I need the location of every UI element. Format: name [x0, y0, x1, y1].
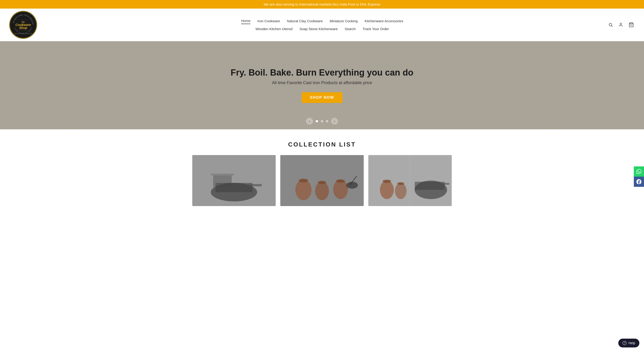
svg-point-29 [380, 181, 394, 199]
svg-rect-18 [213, 175, 232, 187]
collection-title: COLLECTION LIST [9, 141, 635, 148]
svg-point-20 [295, 179, 312, 200]
facebook-button[interactable] [634, 177, 644, 187]
shop-now-button[interactable]: SHOP NOW [302, 92, 342, 103]
slider-next-button[interactable]: › [331, 118, 338, 125]
slider-controls: ‹ › [306, 118, 338, 125]
svg-point-32 [397, 182, 404, 185]
header-icons [608, 21, 635, 28]
accessories-illustration [368, 155, 452, 206]
svg-text:WWW.MYCOOKWARESHOP.COM: WWW.MYCOOKWARESHOP.COM [14, 33, 32, 34]
nav-kitchenware[interactable]: Kitchenware Accessories [364, 18, 403, 24]
svg-point-30 [383, 180, 391, 183]
hero-content: Fry. Boil. Bake. Burn Everything you can… [230, 68, 413, 103]
nav-row-1: Home Iron Cookware Natural Clay Cookware… [241, 18, 403, 24]
hero-title: Fry. Boil. Bake. Burn Everything you can… [230, 68, 413, 78]
logo-svg: TO RESTORE YOUR HEALTH My Cookware Shop … [9, 11, 37, 39]
header: TO RESTORE YOUR HEALTH My Cookware Shop … [0, 9, 644, 41]
main-nav: Home Iron Cookware Natural Clay Cookware… [37, 18, 608, 32]
svg-point-11 [620, 23, 622, 25]
svg-point-25 [336, 179, 345, 183]
nav-miniature[interactable]: Miniature Cooking [330, 18, 358, 24]
nav-iron-cookware[interactable]: Iron Cookware [257, 18, 280, 24]
collection-card-img-2 [280, 155, 364, 206]
nav-row-2: Wooden Kitchen Utensil Soap Stone Kitche… [256, 26, 389, 32]
slider-dot-1[interactable] [316, 120, 318, 122]
collection-grid [9, 155, 635, 206]
svg-rect-17 [211, 174, 234, 175]
announcement-text: We are also serving to International mar… [264, 2, 380, 6]
nav-wooden[interactable]: Wooden Kitchen Utensil [256, 26, 292, 32]
nav-natural-clay[interactable]: Natural Clay Cookware [287, 18, 323, 24]
nav-track-order[interactable]: Track Your Order [362, 26, 389, 32]
facebook-icon [636, 179, 642, 184]
svg-point-21 [315, 182, 329, 200]
collection-card-iron[interactable] [192, 155, 276, 206]
nav-soap-stone[interactable]: Soap Stone Kitchenware [300, 26, 338, 32]
account-icon [618, 23, 623, 27]
svg-point-31 [395, 183, 406, 199]
svg-rect-35 [442, 183, 450, 185]
svg-text:Shop: Shop [19, 26, 27, 30]
hero-subtitle: All time Favorite Cast Iron Products at … [230, 80, 413, 85]
nav-search[interactable]: Search [345, 26, 356, 32]
svg-point-23 [299, 179, 308, 182]
cart-icon [629, 22, 634, 27]
search-button[interactable] [608, 22, 614, 28]
announcement-bar: We are also serving to International mar… [0, 0, 644, 9]
collection-card-accessories[interactable] [368, 155, 452, 206]
account-button[interactable] [618, 22, 624, 28]
search-icon [608, 23, 613, 27]
whatsapp-button[interactable] [634, 166, 644, 177]
collection-card-img-3 [368, 155, 452, 206]
logo-area[interactable]: TO RESTORE YOUR HEALTH My Cookware Shop … [9, 11, 37, 39]
hero-section: Fry. Boil. Bake. Burn Everything you can… [0, 41, 644, 129]
collection-card-img-1 [192, 155, 276, 206]
svg-line-10 [612, 26, 612, 27]
whatsapp-icon [636, 169, 642, 174]
svg-rect-16 [248, 184, 262, 186]
social-side-panel [634, 166, 644, 187]
svg-rect-34 [415, 182, 445, 190]
svg-point-26 [346, 182, 358, 189]
cart-button[interactable] [628, 21, 635, 28]
collection-card-clay[interactable] [280, 155, 364, 206]
collection-section: COLLECTION LIST [0, 129, 644, 213]
slider-prev-button[interactable]: ‹ [306, 118, 313, 125]
slider-dot-3[interactable] [326, 120, 328, 122]
iron-cookware-illustration [192, 155, 276, 206]
clay-cookware-illustration [280, 155, 364, 206]
svg-point-9 [609, 23, 612, 26]
logo[interactable]: TO RESTORE YOUR HEALTH My Cookware Shop … [9, 11, 37, 39]
nav-home[interactable]: Home [241, 18, 250, 24]
svg-point-24 [318, 181, 326, 184]
slider-dot-2[interactable] [321, 120, 323, 122]
